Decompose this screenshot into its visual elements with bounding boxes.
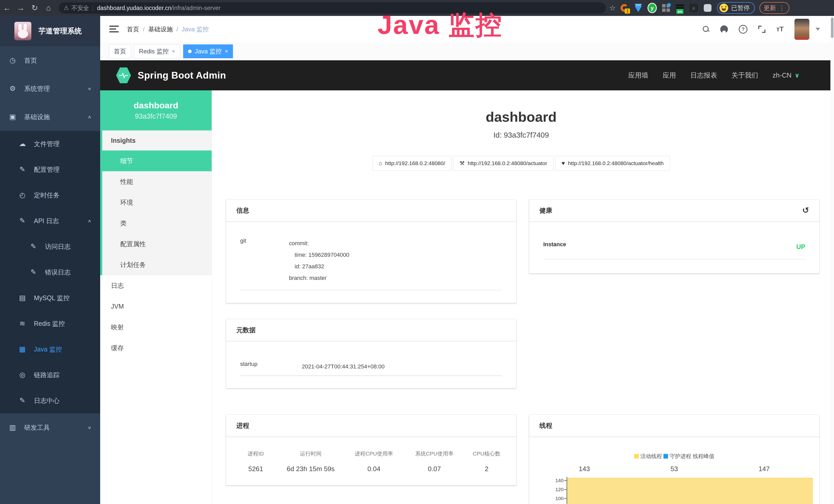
insights-group-label[interactable]: Insights — [102, 131, 212, 151]
instance-header[interactable]: dashboard 93a3fc7f7409 — [100, 90, 212, 131]
avatar-caret-icon[interactable] — [815, 28, 820, 30]
language-label: zh-CN — [773, 71, 792, 79]
sidebar-label: Java 监控 — [34, 345, 62, 353]
back-icon[interactable]: ← — [0, 0, 14, 16]
sidebar-item-infra[interactable]: ▣ 基础设施 ∧ — [0, 103, 100, 131]
sidebar-label: 基础设施 — [24, 113, 50, 121]
app-logo-row[interactable]: 芋道管理系统 — [0, 16, 100, 46]
close-icon[interactable]: × — [172, 48, 175, 55]
tab-java-monitor[interactable]: Java 监控 × — [183, 44, 233, 58]
sba-brand-title[interactable]: Spring Boot Admin — [138, 70, 226, 81]
reload-icon[interactable]: ↻ — [28, 0, 42, 16]
legend-daemon-threads: 守护进程 — [663, 453, 691, 460]
chrome-update-button[interactable]: 更新 ⋮ — [760, 2, 789, 14]
sidebar-item-system[interactable]: ⚙ 系统管理 ∨ — [0, 74, 100, 103]
tab-home[interactable]: 首页 — [109, 44, 131, 58]
y-extension-icon[interactable]: y — [648, 3, 657, 13]
security-label[interactable]: 不安全 — [71, 4, 89, 12]
tab-redis-monitor[interactable]: Redis 监控 × — [134, 44, 180, 58]
sidebar-item-redis-monitor[interactable]: ≋ Redis 监控 — [0, 311, 100, 336]
sba-nav-journal[interactable]: 日志报表 — [690, 71, 717, 80]
logo-rabbit-avatar — [14, 22, 31, 40]
paused-label: 已暂停 — [731, 4, 750, 12]
sba-nav-about[interactable]: 关于我们 — [731, 71, 758, 80]
sba-logo-icon[interactable] — [116, 67, 131, 84]
profile-paused-chip[interactable]: 已暂停 — [717, 2, 755, 14]
help-icon[interactable]: ? — [739, 25, 747, 33]
process-col-pid: 进程ID — [234, 450, 278, 457]
sidebar-item-home[interactable]: ◷ 首页 — [0, 46, 100, 74]
breadcrumb-infra[interactable]: 基础设施 — [148, 25, 173, 33]
sba-language-select[interactable]: zh-CN ∨ — [773, 71, 799, 79]
page-scrollbar[interactable] — [830, 16, 834, 504]
health-url: http://192.168.0.2:48080/actuator/health — [568, 160, 663, 166]
service-url-button[interactable]: ⌂ http://192.168.0.2:48080/ — [372, 156, 452, 171]
magnifier-extension-icon[interactable]: ⌕ — [689, 3, 698, 13]
sidebar-item-config-mgmt[interactable]: ✎ 配置管理 — [0, 157, 100, 182]
process-col-proc-cpu: 进程CPU使用率 — [344, 450, 404, 457]
detail-title: dashboard — [212, 109, 830, 125]
status-up-badge: UP — [796, 243, 805, 250]
sba-nav-applications[interactable]: 应用 — [663, 71, 676, 80]
hamburger-icon[interactable] — [109, 26, 119, 33]
gem-extension-icon[interactable] — [634, 3, 643, 13]
forward-icon[interactable]: → — [14, 0, 28, 16]
list-extension-icon[interactable]: on — [675, 3, 684, 13]
sidebar-item-log-center[interactable]: ✎ 日志中心 — [0, 388, 100, 413]
sidebar-label: 研发工具 — [24, 423, 50, 432]
actuator-url-button[interactable]: ⚒ http://192.168.0.2:48080/actuator — [453, 156, 553, 171]
sba-menu-config-props[interactable]: 配置属性 — [102, 234, 212, 254]
sidebar-label: 系统管理 — [24, 85, 50, 93]
process-proc-cpu: 0.04 — [344, 465, 404, 473]
table-icon: ▤ — [18, 294, 27, 302]
sba-menu-classes[interactable]: 类 — [102, 213, 212, 234]
sidebar-item-error-log[interactable]: ✎ 错误日志 — [0, 259, 100, 285]
sidebar-item-tracing[interactable]: ◎ 链路追踪 — [0, 362, 100, 388]
fullscreen-icon[interactable] — [758, 26, 765, 33]
puzzle-extensions-icon[interactable] — [703, 3, 712, 13]
scrollbar-thumb[interactable] — [831, 18, 833, 38]
sidebar-item-devtools[interactable]: ▥ 研发工具 ∨ — [0, 413, 100, 442]
sidebar-label: 配置管理 — [34, 165, 60, 174]
sba-nav-wallboard[interactable]: 应用墙 — [628, 71, 648, 80]
sba-menu-metrics[interactable]: 性能 — [102, 171, 212, 192]
screenshot-root: ← → ↻ ⌂ ⚠ 不安全 dashboard.yudao.iocoder.cn… — [0, 0, 834, 504]
sba-menu-logs[interactable]: 日志 — [100, 275, 212, 296]
history-icon[interactable]: ↺ — [802, 205, 809, 215]
sidebar-item-cron-jobs[interactable]: ◴ 定时任务 — [0, 182, 100, 208]
process-uptime: 6d 23h 15m 59s — [278, 465, 344, 473]
sba-menu-caches[interactable]: 缓存 — [100, 338, 212, 359]
health-url-button[interactable]: ♥ http://192.168.0.2:48080/actuator/heal… — [555, 156, 670, 171]
sba-menu-mappings[interactable]: 映射 — [100, 317, 212, 338]
sba-main: dashboard Id: 93a3fc7f7409 ⌂ http://192.… — [212, 90, 830, 504]
legend-peak-threads: 线程峰值 — [693, 453, 714, 460]
info-value: commit: time: 1596289704000 id: 27aa832 … — [289, 237, 502, 284]
menu-dots-icon[interactable]: ⋮ — [778, 4, 785, 12]
sidebar-label: MySQL 监控 — [34, 294, 70, 302]
url-host: dashboard.yudao.iocoder.cn — [97, 5, 171, 12]
sba-menu-environment[interactable]: 环境 — [102, 192, 212, 213]
close-icon[interactable]: × — [225, 48, 228, 55]
breadcrumb-home[interactable]: 首页 — [127, 25, 139, 33]
threads-card: 线程 活动线程 守护进程 线程峰值 143 53 147 — [529, 415, 819, 504]
user-avatar[interactable] — [794, 19, 809, 40]
sidebar-item-java-monitor[interactable]: ▦ Java 监控 — [0, 336, 100, 362]
search-icon[interactable] — [703, 26, 709, 32]
sba-menu-jvm[interactable]: JVM — [100, 296, 212, 317]
edit-icon: ✎ — [18, 165, 27, 174]
address-bar[interactable]: ⚠ 不安全 dashboard.yudao.iocoder.cn/infra/a… — [59, 2, 606, 14]
home-icon[interactable]: ⌂ — [42, 0, 56, 16]
sba-menu-scheduled-tasks[interactable]: 计划任务 — [102, 254, 212, 275]
sidebar-item-api-logs[interactable]: ✎ API 日志 ∧ — [0, 208, 100, 234]
github-icon[interactable] — [720, 25, 728, 33]
sidebar-item-mysql-monitor[interactable]: ▤ MySQL 监控 — [0, 285, 100, 311]
grid-extension-icon[interactable] — [661, 3, 671, 13]
sidebar-item-access-log[interactable]: ✎ 访问日志 — [0, 234, 100, 259]
colorzilla-extension-icon[interactable]: 1 — [620, 3, 629, 13]
sba-menu-details[interactable]: 细节 — [100, 151, 212, 171]
sidebar-item-file-mgmt[interactable]: ☁ 文件管理 — [0, 131, 100, 157]
git-branch-line: branch: master — [289, 272, 502, 284]
text-size-icon[interactable]: тT — [776, 25, 784, 33]
process-pid: 5261 — [234, 465, 278, 473]
bookmark-star-icon[interactable]: ☆ — [609, 4, 616, 12]
